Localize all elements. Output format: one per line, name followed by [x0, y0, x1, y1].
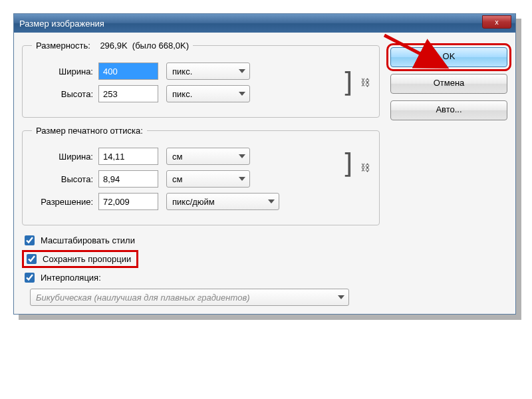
auto-button[interactable]: Авто...: [390, 100, 507, 120]
width-label: Ширина:: [32, 66, 98, 76]
print-width-label: Ширина:: [32, 152, 98, 162]
pixel-dimensions-group: Размерность: 296,9K (было 668,0K) Ширина…: [22, 41, 380, 118]
chevron-down-icon: [268, 200, 275, 203]
resolution-label: Разрешение:: [32, 197, 98, 207]
cancel-button[interactable]: Отмена: [390, 74, 507, 94]
chevron-down-icon: [338, 295, 344, 299]
print-width-input[interactable]: [98, 148, 158, 165]
ok-button[interactable]: OK: [390, 47, 507, 67]
close-icon: x: [495, 18, 499, 26]
chevron-down-icon: [239, 92, 245, 96]
height-input[interactable]: [98, 85, 158, 102]
print-height-unit-select[interactable]: см: [166, 170, 250, 188]
height-label: Высота:: [32, 89, 98, 99]
close-button[interactable]: x: [482, 15, 511, 29]
print-dimensions-legend: Размер печатного оттиска:: [32, 126, 147, 136]
link-icon: ⛓: [360, 77, 370, 88]
width-unit-select[interactable]: пикс.: [166, 63, 250, 80]
image-size-dialog: Размер изображения x Размерность: 296,9K…: [13, 13, 516, 315]
window-title: Размер изображения: [19, 19, 104, 29]
chevron-down-icon: [239, 177, 245, 181]
scale-styles-checkbox[interactable]: Масштабировать стили: [22, 233, 380, 247]
chevron-down-icon: [239, 154, 245, 158]
pixel-dimensions-legend: Размерность: 296,9K (было 668,0K): [32, 41, 193, 51]
constrain-link-indicator: ]: [340, 69, 356, 96]
resolution-unit-select[interactable]: пикс/дюйм: [166, 193, 279, 210]
width-input[interactable]: [98, 63, 158, 80]
resolution-input[interactable]: [98, 193, 158, 210]
link-icon: ⛓: [360, 162, 370, 173]
chevron-down-icon: [239, 69, 245, 73]
interpolation-method-select[interactable]: Бикубическая (наилучшая для плавных град…: [30, 289, 349, 306]
height-unit-select[interactable]: пикс.: [166, 85, 250, 102]
print-width-unit-select[interactable]: см: [166, 148, 250, 165]
constrain-link-indicator: ]: [340, 150, 356, 177]
interpolation-checkbox[interactable]: Интерполяция:: [22, 271, 380, 285]
print-height-input[interactable]: [98, 170, 158, 188]
print-height-label: Высота:: [32, 174, 98, 184]
titlebar[interactable]: Размер изображения x: [14, 14, 515, 33]
print-dimensions-group: Размер печатного оттиска: Ширина: см: [22, 126, 380, 225]
constrain-proportions-checkbox[interactable]: Сохранить пропорции: [22, 250, 138, 268]
